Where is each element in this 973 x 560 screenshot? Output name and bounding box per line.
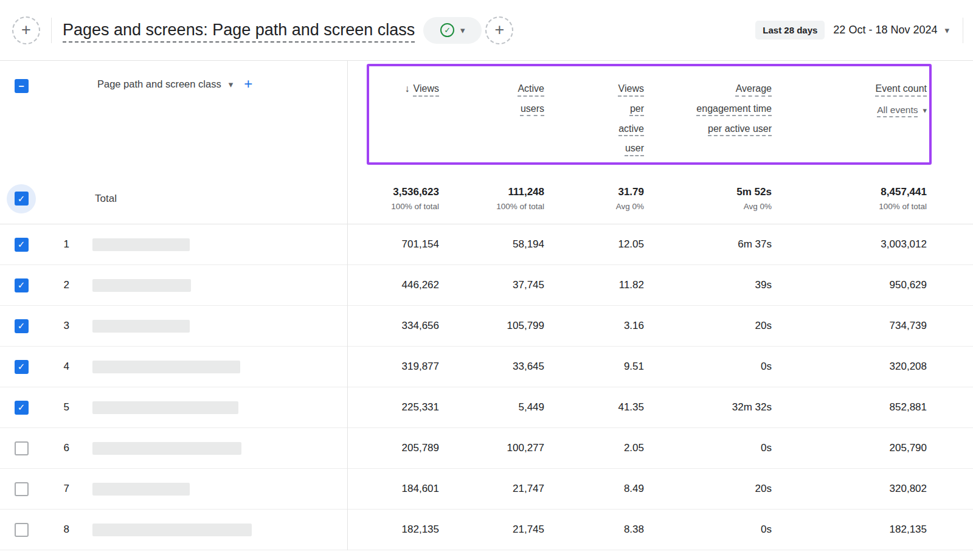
event-filter-dropdown[interactable]: All events▾ [772,100,927,120]
views-per-user-cell: 8.38 [544,524,644,536]
views-per-user-cell: 3.16 [544,320,644,332]
date-preset-chip[interactable]: Last 28 days [755,21,825,40]
add-dimension-button[interactable]: + [244,77,252,91]
metric-value: 182,135 [347,524,439,536]
event-count-cell: 320,208 [772,361,927,373]
chevron-down-icon: ▾ [944,26,949,35]
metric-value: 182,135 [772,524,927,536]
event-count-cell: 950,629 [772,279,927,291]
row-checkbox[interactable] [15,278,29,292]
column-label: Active users [504,79,544,119]
metric-value: 701,154 [347,238,439,251]
plus-icon: + [494,21,504,40]
chevron-down-icon[interactable]: ▾ [229,80,234,89]
engagement-time-cell: 39s [644,279,772,291]
page-path-cell [73,442,347,455]
views-cell: 182,135 [347,524,439,536]
redacted-page-path [92,361,240,373]
total-checkbox[interactable] [15,192,29,206]
redacted-page-path [92,524,252,536]
views-per-user-cell: 2.05 [544,442,644,454]
row-checkbox[interactable] [15,441,29,455]
active-users-cell: 37,745 [439,279,544,291]
metric-value: 100,277 [439,442,544,454]
add-comparison-button[interactable]: + [12,16,40,44]
metric-value: 950,629 [772,279,927,291]
column-header-active-users[interactable]: Active users [439,79,544,119]
row-index: 8 [64,524,73,536]
table-row: 4 319,877 33,645 9.51 0s 320,208 [0,347,973,387]
engagement-time-cell: 0s [644,442,772,454]
total-views: 3,536,623 100% of total [347,186,439,211]
row-checkbox[interactable] [15,401,29,415]
row-checkbox[interactable] [15,238,29,252]
views-cell: 205,789 [347,442,439,454]
table-row: 2 446,262 37,745 11.82 39s 950,629 [0,265,973,306]
row-index: 6 [64,442,73,454]
add-button[interactable]: + [485,16,513,44]
metric-value: 39s [644,279,772,291]
total-label: Total [73,193,347,205]
date-range-picker[interactable]: 22 Oct - 18 Nov 2024 ▾ [833,24,949,36]
metric-value: 184,601 [347,483,439,495]
row-checkbox-cell [15,441,29,455]
report-header: + Pages and screens: Page path and scree… [0,0,973,61]
table-row: 8 182,135 21,745 8.38 0s 182,135 [0,510,973,550]
analytics-report-page: + Pages and screens: Page path and scree… [0,0,973,560]
total-event-count: 8,457,441 100% of total [772,186,927,211]
report-table: Page path and screen class ▾ + ↓Views Ac… [0,61,973,550]
metric-value: 205,789 [347,442,439,454]
column-header-views-per-active-user[interactable]: Views per active user [544,79,644,159]
metric-value: 32m 32s [644,401,772,413]
metric-value: 8.38 [544,524,644,536]
views-cell: 334,656 [347,320,439,332]
metric-value: 33,645 [439,361,544,373]
active-users-cell: 105,799 [439,320,544,332]
table-row: 1 701,154 58,194 12.05 6m 37s 3,003,012 [0,224,973,265]
row-index: 2 [64,279,73,291]
select-all-checkbox[interactable] [15,79,29,93]
metric-value: 446,262 [347,279,439,291]
report-status-button[interactable]: ✓ ▾ [423,17,482,44]
event-count-cell: 852,881 [772,401,927,413]
dimension-label[interactable]: Page path and screen class [97,78,221,90]
total-views-per-user: 31.79 Avg 0% [544,186,644,211]
row-index: 5 [64,401,73,413]
event-count-cell: 182,135 [772,524,927,536]
metric-value: 11.82 [544,279,644,291]
page-path-cell [73,401,347,414]
views-cell: 446,262 [347,279,439,291]
event-filter-label: All events [877,105,918,115]
views-per-user-cell: 8.49 [544,483,644,495]
row-index: 3 [64,320,73,332]
column-label: Event count [876,83,927,94]
column-header-avg-engagement-time[interactable]: Average engagement time per active user [644,79,772,139]
row-checkbox-cell [15,238,29,252]
row-checkbox-cell [15,319,29,333]
active-users-cell: 100,277 [439,442,544,454]
row-checkbox[interactable] [15,319,29,333]
divider [963,18,963,43]
views-per-user-cell: 9.51 [544,361,644,373]
engagement-time-cell: 0s [644,524,772,536]
row-checkbox[interactable] [15,523,29,537]
views-per-user-cell: 12.05 [544,238,644,251]
column-header-event-count[interactable]: Event count All events▾ [772,79,927,120]
metric-value: 320,802 [772,483,927,495]
active-users-cell: 21,745 [439,524,544,536]
redacted-page-path [92,279,191,292]
column-label: Average engagement time per active user [690,79,772,139]
redacted-page-path [92,483,190,496]
row-checkbox[interactable] [15,482,29,496]
metric-value: 21,747 [439,483,544,495]
page-title: Pages and screens: Page path and screen … [63,21,415,40]
metric-value: 58,194 [439,238,544,251]
column-header-views[interactable]: ↓Views [347,79,439,99]
dimension-header: Page path and screen class ▾ + [73,77,347,91]
metric-value: 205,790 [772,442,927,454]
row-checkbox[interactable] [15,360,29,374]
page-path-cell [73,238,347,251]
check-circle-icon: ✓ [440,23,454,37]
sort-desc-icon: ↓ [405,83,410,94]
views-per-user-cell: 41.35 [544,401,644,413]
